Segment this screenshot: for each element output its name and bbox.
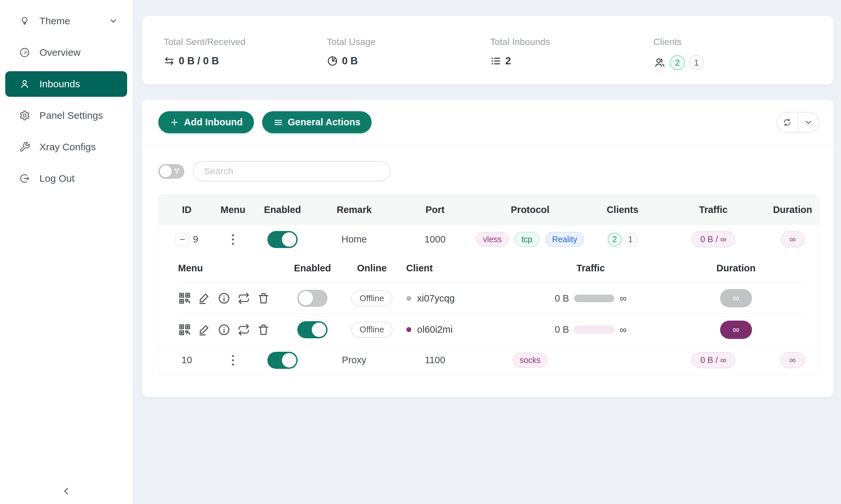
traffic-progress-bar xyxy=(574,326,614,334)
row-enabled-toggle[interactable] xyxy=(268,352,298,369)
toggle-knob xyxy=(160,165,172,178)
add-inbound-button[interactable]: Add Inbound xyxy=(158,111,254,133)
stat-value: 2 xyxy=(505,55,511,67)
clients-online-badge: 2 xyxy=(608,233,621,247)
table-header-row: ID Menu Enabled Remark Port Protocol Cli… xyxy=(159,195,819,224)
qrcode-button[interactable] xyxy=(178,323,191,336)
row-menu-button[interactable] xyxy=(229,232,237,247)
pie-chart-icon xyxy=(327,55,338,67)
stat-label: Total Inbounds xyxy=(490,37,653,47)
sidebar-item-label: Panel Settings xyxy=(39,110,103,121)
stat-clients: Clients 2 1 xyxy=(653,37,817,84)
online-status-badge: Offline xyxy=(351,322,393,338)
sidebar-collapse-button[interactable] xyxy=(0,486,132,496)
sidebar: Theme Overview Inbounds Panel Settings xyxy=(0,0,132,504)
clients-total-badge: 1 xyxy=(689,55,704,70)
delete-button[interactable] xyxy=(257,292,270,305)
clients-online-badge: 2 xyxy=(670,55,685,70)
search-input[interactable] xyxy=(193,161,391,181)
traffic-pill: 0 B / ∞ xyxy=(691,231,735,247)
subheader-traffic: Traffic xyxy=(513,263,669,274)
header-menu: Menu xyxy=(215,204,251,215)
stat-value: 0 B / 0 B xyxy=(179,55,219,67)
swap-arrows-icon xyxy=(164,55,175,67)
sidebar-item-xray-configs[interactable]: Xray Configs xyxy=(5,134,127,160)
stat-total-sent-received: Total Sent/Received 0 B / 0 B xyxy=(164,37,327,84)
sidebar-item-inbounds[interactable]: Inbounds xyxy=(5,71,127,97)
client-name: ol60i2mi xyxy=(417,324,453,335)
general-actions-button[interactable]: General Actions xyxy=(262,111,372,133)
duration-pill: ∞ xyxy=(780,352,805,368)
clients-subtable: Menu Enabled Online Client Traffic Durat… xyxy=(178,254,803,345)
client-traffic-used: 0 B xyxy=(554,293,569,304)
sidebar-item-label: Log Out xyxy=(39,173,74,184)
reset-traffic-button[interactable] xyxy=(237,292,250,305)
repeat-icon xyxy=(237,323,250,336)
protocol-tag: Reality xyxy=(545,232,584,247)
client-name: xi07ycqg xyxy=(417,293,455,304)
search-row xyxy=(158,161,819,181)
add-inbound-label: Add Inbound xyxy=(184,117,243,128)
table-row: 10 Proxy 1100 socks 0 B / ∞ ∞ xyxy=(159,345,819,375)
inbounds-table: ID Menu Enabled Remark Port Protocol Cli… xyxy=(158,195,819,375)
table-row: − 9 Home 1000 vless tcp Reality 2 xyxy=(159,224,819,254)
subheader-client: Client xyxy=(406,263,513,274)
client-enabled-toggle[interactable] xyxy=(297,290,328,307)
stat-total-usage: Total Usage 0 B xyxy=(327,37,490,84)
client-traffic-cap: ∞ xyxy=(620,293,627,304)
header-id: ID xyxy=(159,204,215,215)
reset-traffic-button[interactable] xyxy=(237,323,250,336)
clients-total-badge: 1 xyxy=(623,233,637,247)
header-protocol: Protocol xyxy=(476,204,585,215)
traffic-progress-bar xyxy=(574,295,614,302)
header-enabled: Enabled xyxy=(251,204,314,215)
header-traffic: Traffic xyxy=(660,204,767,215)
repeat-icon xyxy=(237,292,250,305)
sidebar-item-overview[interactable]: Overview xyxy=(5,40,127,65)
logout-icon xyxy=(19,173,30,184)
row-port: 1000 xyxy=(395,234,476,245)
edit-button[interactable] xyxy=(198,323,211,336)
duration-pill: ∞ xyxy=(780,231,805,247)
inbounds-card: Add Inbound General Actions xyxy=(142,100,834,397)
protocol-tag: socks xyxy=(513,353,548,367)
pencil-icon xyxy=(198,292,211,305)
list-icon xyxy=(490,55,501,67)
stat-value: 0 B xyxy=(342,55,358,67)
row-menu-button[interactable] xyxy=(229,353,237,368)
info-button[interactable] xyxy=(218,323,230,336)
client-row: Offline xi07ycqg 0 B ∞ ∞ xyxy=(178,283,803,314)
refresh-button[interactable] xyxy=(777,112,797,132)
sidebar-item-panel-settings[interactable]: Panel Settings xyxy=(5,103,127,128)
client-status-dot xyxy=(406,327,411,332)
client-enabled-toggle[interactable] xyxy=(297,321,328,338)
pencil-icon xyxy=(198,323,211,336)
subheader-duration: Duration xyxy=(669,263,803,274)
lightbulb-icon xyxy=(19,15,30,26)
stat-label: Total Sent/Received xyxy=(164,37,327,47)
stat-total-inbounds: Total Inbounds 2 xyxy=(490,37,653,84)
qrcode-icon xyxy=(178,323,191,336)
qrcode-button[interactable] xyxy=(178,292,191,305)
sidebar-item-label: Xray Configs xyxy=(39,141,96,152)
general-actions-label: General Actions xyxy=(288,117,360,128)
refresh-dropdown-button[interactable] xyxy=(797,112,819,132)
collapse-row-button[interactable]: − xyxy=(175,232,190,247)
info-button[interactable] xyxy=(218,292,230,305)
sidebar-item-label: Theme xyxy=(39,15,70,26)
row-enabled-toggle[interactable] xyxy=(268,231,298,248)
edit-button[interactable] xyxy=(198,292,211,305)
client-traffic-used: 0 B xyxy=(554,324,569,335)
client-duration-pill: ∞ xyxy=(720,321,752,339)
client-status-dot xyxy=(406,296,411,301)
delete-button[interactable] xyxy=(257,323,270,336)
sidebar-item-theme[interactable]: Theme xyxy=(5,8,127,34)
subtable-header-row: Menu Enabled Online Client Traffic Durat… xyxy=(178,254,803,283)
row-id: 9 xyxy=(193,234,198,245)
subheader-menu: Menu xyxy=(178,263,288,274)
refresh-icon xyxy=(783,118,792,127)
filter-toggle[interactable] xyxy=(158,164,184,179)
client-traffic-cap: ∞ xyxy=(620,324,627,335)
toolbar: Add Inbound General Actions xyxy=(158,111,819,133)
sidebar-item-log-out[interactable]: Log Out xyxy=(5,166,127,191)
